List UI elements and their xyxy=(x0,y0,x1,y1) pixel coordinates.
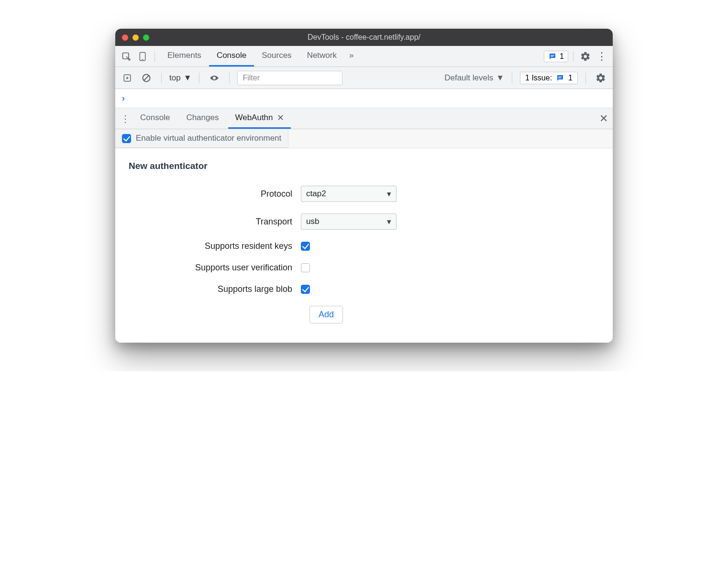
context-selector[interactable]: top ▼ xyxy=(169,73,191,83)
main-tabs: Elements Console Sources Network » xyxy=(160,46,358,67)
large-blob-checkbox[interactable] xyxy=(301,285,310,294)
more-tabs-button[interactable]: » xyxy=(344,46,358,67)
divider xyxy=(154,51,155,62)
minimize-window-button[interactable] xyxy=(132,34,139,41)
issues-badge[interactable]: 1 xyxy=(544,51,568,62)
issues-button[interactable]: 1 Issue: 1 xyxy=(520,72,578,84)
resident-keys-label: Supports resident keys xyxy=(129,241,301,251)
divider xyxy=(573,51,574,62)
console-output[interactable]: › xyxy=(115,89,613,108)
dropdown-caret-icon: ▾ xyxy=(387,217,391,227)
enable-virtual-authenticator-row: Enable virtual authenticator environment xyxy=(115,129,288,148)
svg-line-8 xyxy=(144,76,149,80)
close-drawer-icon[interactable]: ✕ xyxy=(599,112,608,125)
live-expression-icon[interactable] xyxy=(207,71,221,85)
enable-virtual-authenticator-checkbox[interactable] xyxy=(122,134,131,143)
close-window-button[interactable] xyxy=(122,34,128,41)
enable-virtual-authenticator-label: Enable virtual authenticator environment xyxy=(136,134,281,143)
user-verification-checkbox[interactable] xyxy=(301,263,310,272)
titlebar: DevTools - coffee-cart.netlify.app/ xyxy=(115,29,613,46)
log-levels-label: Default levels xyxy=(444,73,493,83)
maximize-window-button[interactable] xyxy=(143,34,149,41)
svg-rect-10 xyxy=(558,78,561,78)
divider xyxy=(199,73,199,83)
divider xyxy=(229,73,230,83)
tab-sources[interactable]: Sources xyxy=(254,46,299,67)
divider xyxy=(585,73,586,83)
large-blob-label: Supports large blob xyxy=(129,284,301,294)
drawer-tab-console[interactable]: Console xyxy=(133,108,176,129)
svg-rect-4 xyxy=(551,56,553,56)
issues-badge-count: 1 xyxy=(560,52,564,61)
dropdown-caret-icon: ▼ xyxy=(184,73,192,83)
kebab-menu-icon[interactable]: ⋮ xyxy=(595,49,609,64)
console-toolbar: top ▼ Default levels ▼ 1 Issue: 1 xyxy=(115,67,613,89)
protocol-select[interactable]: ctap2 ▾ xyxy=(301,186,397,202)
drawer-menu-icon[interactable]: ⋮ xyxy=(120,113,131,124)
svg-marker-6 xyxy=(127,77,129,79)
context-selector-label: top xyxy=(169,73,181,83)
svg-rect-9 xyxy=(558,77,562,77)
message-icon xyxy=(556,74,564,82)
transport-select[interactable]: usb ▾ xyxy=(301,213,397,230)
device-toggle-icon[interactable] xyxy=(135,49,150,64)
resident-keys-checkbox[interactable] xyxy=(301,242,310,251)
webauthn-panel: New authenticator Protocol ctap2 ▾ Trans… xyxy=(115,148,613,343)
drawer-tab-webauthn-label: WebAuthn xyxy=(235,113,273,123)
dropdown-caret-icon: ▾ xyxy=(387,189,391,199)
protocol-select-value: ctap2 xyxy=(306,189,326,199)
enable-bar: Enable virtual authenticator environment xyxy=(115,129,613,148)
settings-icon[interactable] xyxy=(578,49,593,64)
new-authenticator-heading: New authenticator xyxy=(129,161,599,171)
tab-console[interactable]: Console xyxy=(209,46,254,67)
user-verification-label: Supports user verification xyxy=(129,263,301,273)
issues-label: 1 Issue: xyxy=(525,74,552,82)
devtools-window: DevTools - coffee-cart.netlify.app/ Elem… xyxy=(115,29,613,343)
add-authenticator-button[interactable]: Add xyxy=(309,306,343,323)
console-settings-icon[interactable] xyxy=(594,71,608,85)
transport-select-value: usb xyxy=(306,217,319,226)
divider xyxy=(512,73,512,83)
close-tab-icon[interactable]: ✕ xyxy=(277,112,284,123)
console-prompt-icon: › xyxy=(122,93,125,103)
divider xyxy=(161,73,162,83)
transport-label: Transport xyxy=(129,217,301,227)
filter-input[interactable] xyxy=(237,71,342,85)
tab-elements[interactable]: Elements xyxy=(160,46,209,67)
inspect-element-icon[interactable] xyxy=(119,49,133,64)
tab-network[interactable]: Network xyxy=(299,46,344,67)
main-toolbar: Elements Console Sources Network » 1 ⋮ xyxy=(115,46,613,67)
window-title: DevTools - coffee-cart.netlify.app/ xyxy=(115,33,613,42)
issues-count: 1 xyxy=(568,74,573,82)
svg-rect-3 xyxy=(551,55,554,56)
drawer-tab-webauthn[interactable]: WebAuthn ✕ xyxy=(228,108,290,129)
dropdown-caret-icon: ▼ xyxy=(496,73,504,83)
drawer-toolbar: ⋮ Console Changes WebAuthn ✕ ✕ xyxy=(115,108,613,129)
protocol-label: Protocol xyxy=(129,189,301,199)
clear-console-icon[interactable] xyxy=(139,71,154,85)
message-icon xyxy=(548,52,557,61)
window-controls xyxy=(122,34,149,41)
execution-context-icon[interactable] xyxy=(120,71,134,85)
drawer-tab-changes[interactable]: Changes xyxy=(179,108,225,129)
log-levels-selector[interactable]: Default levels ▼ xyxy=(444,73,504,83)
